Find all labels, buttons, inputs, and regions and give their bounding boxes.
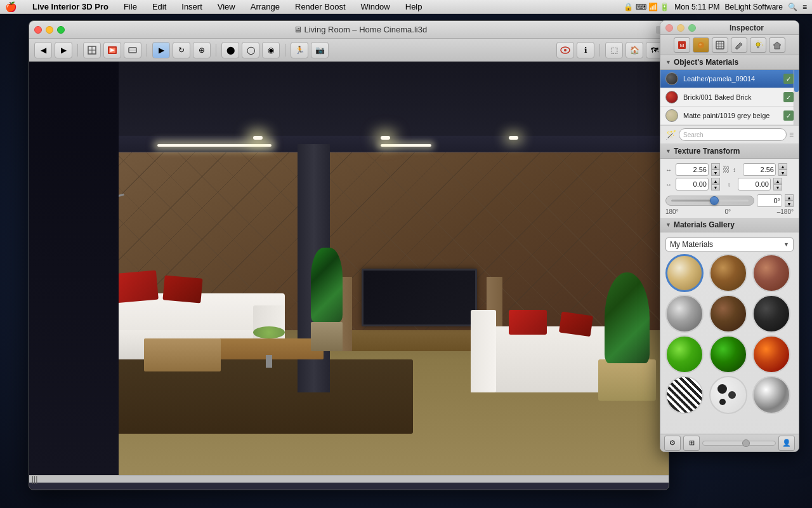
- offset-x-down[interactable]: ▼: [711, 184, 720, 190]
- fly-mode[interactable]: [556, 42, 574, 58]
- back-button[interactable]: ◀: [34, 42, 52, 58]
- gallery-dropdown[interactable]: My Materials ▼: [665, 237, 794, 251]
- ottoman: [144, 338, 221, 371]
- render-mode[interactable]: ◉: [262, 42, 280, 58]
- texture-transform-header[interactable]: ▼ Texture Transform: [660, 144, 799, 159]
- floorplan-button[interactable]: [83, 42, 101, 58]
- inspector-minimize[interactable]: [677, 24, 684, 32]
- rotation-slider[interactable]: [665, 196, 754, 206]
- wand-icon[interactable]: 🪄: [665, 130, 676, 140]
- scene-area[interactable]: [29, 62, 669, 475]
- inspector-close[interactable]: [665, 24, 673, 32]
- materials-scrollbar[interactable]: [794, 70, 799, 125]
- object-mode[interactable]: ⬤: [221, 42, 239, 58]
- move-tool[interactable]: ⊕: [193, 42, 211, 58]
- gallery-item-6[interactable]: [752, 295, 790, 333]
- scrollbar-bottom[interactable]: |||: [29, 475, 669, 483]
- menubar-help[interactable]: Help: [403, 2, 425, 11]
- gallery-item-11[interactable]: [709, 376, 747, 414]
- menu-list-icon[interactable]: ≡: [802, 3, 807, 11]
- camera-snapshot[interactable]: 📷: [311, 42, 329, 58]
- menu-search-icon[interactable]: 🔍: [788, 3, 797, 11]
- insp-sphere-tab[interactable]: [693, 37, 709, 53]
- gallery-item-7[interactable]: [665, 335, 704, 373]
- menubar-file[interactable]: File: [121, 2, 140, 11]
- material-item-1[interactable]: Leather/pamela_09014 ✓: [660, 70, 799, 88]
- insp-material-tab[interactable]: M: [674, 37, 690, 53]
- material-name-1: Leather/pamela_09014: [683, 75, 755, 83]
- footer-slider[interactable]: [702, 441, 776, 446]
- frame-button[interactable]: ⬚: [605, 42, 623, 58]
- rotation-input[interactable]: 0°: [757, 194, 782, 207]
- footer-settings-btn[interactable]: ⚙: [664, 436, 681, 451]
- width-down[interactable]: ▼: [711, 170, 720, 176]
- insp-texture-tab[interactable]: [712, 37, 728, 53]
- offset-y-input[interactable]: 0.00: [738, 178, 771, 190]
- table-decor: [253, 326, 285, 339]
- menu-dots[interactable]: ≡: [789, 130, 794, 139]
- footer-view-btn[interactable]: 👤: [778, 436, 795, 451]
- forward-button[interactable]: ▶: [55, 42, 72, 58]
- gallery-item-12[interactable]: [752, 376, 790, 414]
- insp-home-tab[interactable]: [769, 37, 785, 53]
- house-button[interactable]: 🏠: [625, 42, 643, 58]
- menubar-edit[interactable]: Edit: [150, 2, 169, 11]
- menubar-view[interactable]: View: [215, 2, 238, 11]
- chain-icon[interactable]: ⛓: [723, 165, 730, 174]
- gallery-item-2[interactable]: [709, 254, 747, 292]
- apple-menu[interactable]: 🍎: [5, 1, 17, 13]
- insp-edit-tab[interactable]: [731, 37, 747, 53]
- width-input[interactable]: 2.56: [676, 163, 709, 176]
- info-button[interactable]: ℹ: [577, 42, 594, 58]
- material-apply-2[interactable]: ✓: [783, 92, 794, 102]
- gallery-item-9[interactable]: [752, 335, 790, 373]
- gallery-item-8[interactable]: [709, 335, 747, 373]
- menubar-render-boost[interactable]: Render Boost: [292, 2, 348, 11]
- material-item-2[interactable]: Brick/001 Baked Brick ✓: [660, 88, 799, 107]
- render-button[interactable]: [103, 42, 121, 58]
- objects-materials-header[interactable]: ▼ Object's Materials: [660, 55, 799, 70]
- rotation-down[interactable]: ▼: [785, 201, 794, 207]
- menubar-window[interactable]: Window: [358, 2, 393, 11]
- materials-search[interactable]: Search: [679, 128, 787, 141]
- insp-light-tab[interactable]: [750, 37, 766, 53]
- gallery-item-3[interactable]: [752, 254, 790, 292]
- offset-y-up[interactable]: ▲: [773, 178, 782, 184]
- slider-thumb[interactable]: [710, 196, 719, 205]
- gallery-item-1[interactable]: [665, 254, 704, 292]
- width-up[interactable]: ▲: [711, 163, 720, 170]
- offset-x-up[interactable]: ▲: [711, 178, 720, 184]
- inspector-expand[interactable]: [688, 24, 696, 32]
- menubar-insert[interactable]: Insert: [179, 2, 205, 11]
- offset-x-input[interactable]: 0.00: [676, 178, 709, 190]
- menubar-arrange[interactable]: Arrange: [248, 2, 282, 11]
- gallery-item-10[interactable]: [665, 376, 704, 414]
- material-apply-3[interactable]: ✓: [783, 110, 794, 121]
- materials-gallery-header[interactable]: ▼ Materials Gallery: [660, 218, 799, 232]
- view3d-button[interactable]: [124, 42, 141, 58]
- offset-y-down[interactable]: ▼: [773, 184, 782, 190]
- material-apply-1[interactable]: ✓: [783, 74, 794, 84]
- height-up[interactable]: ▲: [778, 163, 787, 170]
- gallery-item-4[interactable]: [665, 295, 704, 333]
- maximize-button[interactable]: [57, 26, 65, 34]
- material-item-3[interactable]: Matte paint/1019 grey beige ✓: [660, 107, 799, 125]
- height-input[interactable]: 2.56: [743, 163, 776, 176]
- rotate-tool[interactable]: ↻: [173, 42, 190, 58]
- height-down[interactable]: ▼: [778, 170, 787, 176]
- wireframe-mode[interactable]: ◯: [242, 42, 259, 58]
- footer-grid-btn[interactable]: ⊞: [683, 436, 700, 451]
- minimize-button[interactable]: [46, 26, 53, 34]
- select-tool[interactable]: ▶: [152, 42, 170, 58]
- offset-x-stepper[interactable]: ▲ ▼: [711, 178, 720, 190]
- menubar-app-name[interactable]: Live Interior 3D Pro: [30, 2, 111, 11]
- rotation-up[interactable]: ▲: [785, 194, 794, 201]
- offset-y-stepper[interactable]: ▲ ▼: [773, 178, 782, 190]
- walk-mode[interactable]: 🏃: [291, 42, 308, 58]
- rotation-stepper[interactable]: ▲ ▼: [785, 194, 794, 207]
- gallery-item-5[interactable]: [709, 295, 747, 333]
- width-stepper[interactable]: ▲ ▼: [711, 163, 720, 176]
- close-button[interactable]: [34, 26, 42, 34]
- height-stepper[interactable]: ▲ ▼: [778, 163, 787, 176]
- footer-slider-thumb[interactable]: [742, 439, 750, 447]
